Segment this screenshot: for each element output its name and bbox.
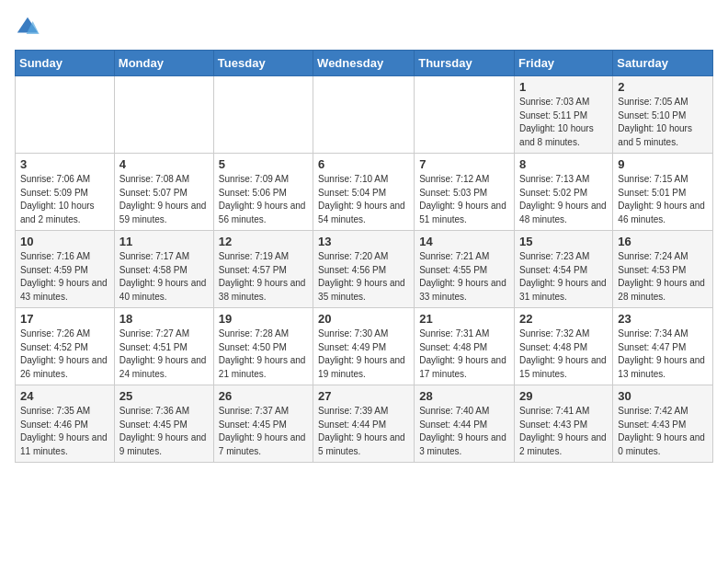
page-header xyxy=(15,15,713,40)
calendar-week-2: 3Sunrise: 7:06 AM Sunset: 5:09 PM Daylig… xyxy=(16,154,713,231)
calendar-cell xyxy=(213,76,313,154)
calendar-body: 1Sunrise: 7:03 AM Sunset: 5:11 PM Daylig… xyxy=(16,76,713,463)
weekday-row: SundayMondayTuesdayWednesdayThursdayFrid… xyxy=(16,51,713,76)
calendar-cell: 1Sunrise: 7:03 AM Sunset: 5:11 PM Daylig… xyxy=(515,76,613,154)
day-number: 28 xyxy=(419,389,509,403)
day-info: Sunrise: 7:24 AM Sunset: 4:53 PM Dayligh… xyxy=(618,250,708,304)
day-info: Sunrise: 7:19 AM Sunset: 4:57 PM Dayligh… xyxy=(219,250,308,304)
day-number: 23 xyxy=(618,312,708,326)
day-number: 9 xyxy=(618,157,708,171)
day-info: Sunrise: 7:35 AM Sunset: 4:46 PM Dayligh… xyxy=(20,405,109,458)
weekday-header-friday: Friday xyxy=(515,51,613,76)
calendar-cell: 24Sunrise: 7:35 AM Sunset: 4:46 PM Dayli… xyxy=(16,385,115,463)
calendar-cell: 5Sunrise: 7:09 AM Sunset: 5:06 PM Daylig… xyxy=(213,154,313,231)
day-info: Sunrise: 7:26 AM Sunset: 4:52 PM Dayligh… xyxy=(20,327,109,381)
day-number: 29 xyxy=(519,389,608,403)
calendar-cell: 6Sunrise: 7:10 AM Sunset: 5:04 PM Daylig… xyxy=(313,154,415,231)
day-info: Sunrise: 7:17 AM Sunset: 4:58 PM Dayligh… xyxy=(119,250,209,304)
day-info: Sunrise: 7:03 AM Sunset: 5:11 PM Dayligh… xyxy=(519,96,608,149)
weekday-header-saturday: Saturday xyxy=(613,51,713,76)
calendar-cell: 11Sunrise: 7:17 AM Sunset: 4:58 PM Dayli… xyxy=(114,231,213,308)
calendar-cell: 22Sunrise: 7:32 AM Sunset: 4:48 PM Dayli… xyxy=(515,308,613,385)
calendar-cell xyxy=(114,76,213,154)
day-number: 19 xyxy=(219,312,308,326)
day-info: Sunrise: 7:09 AM Sunset: 5:06 PM Dayligh… xyxy=(219,173,308,226)
day-info: Sunrise: 7:13 AM Sunset: 5:02 PM Dayligh… xyxy=(519,173,608,226)
weekday-header-monday: Monday xyxy=(114,51,213,76)
day-info: Sunrise: 7:15 AM Sunset: 5:01 PM Dayligh… xyxy=(618,173,708,226)
day-number: 13 xyxy=(318,235,409,248)
day-info: Sunrise: 7:34 AM Sunset: 4:47 PM Dayligh… xyxy=(618,327,708,381)
day-info: Sunrise: 7:28 AM Sunset: 4:50 PM Dayligh… xyxy=(219,327,308,381)
calendar-cell: 29Sunrise: 7:41 AM Sunset: 4:43 PM Dayli… xyxy=(515,385,613,463)
calendar-week-5: 24Sunrise: 7:35 AM Sunset: 4:46 PM Dayli… xyxy=(16,385,713,463)
day-info: Sunrise: 7:06 AM Sunset: 5:09 PM Dayligh… xyxy=(20,173,109,226)
weekday-header-sunday: Sunday xyxy=(16,51,115,76)
calendar-cell: 12Sunrise: 7:19 AM Sunset: 4:57 PM Dayli… xyxy=(213,231,313,308)
calendar-cell: 21Sunrise: 7:31 AM Sunset: 4:48 PM Dayli… xyxy=(415,308,515,385)
day-number: 21 xyxy=(419,312,509,326)
day-number: 3 xyxy=(20,157,109,171)
calendar-cell: 27Sunrise: 7:39 AM Sunset: 4:44 PM Dayli… xyxy=(313,385,415,463)
logo xyxy=(15,15,44,40)
calendar-cell: 25Sunrise: 7:36 AM Sunset: 4:45 PM Dayli… xyxy=(114,385,213,463)
calendar-cell xyxy=(313,76,415,154)
day-number: 4 xyxy=(119,157,209,171)
calendar-cell: 26Sunrise: 7:37 AM Sunset: 4:45 PM Dayli… xyxy=(213,385,313,463)
day-number: 15 xyxy=(519,235,608,248)
day-number: 11 xyxy=(119,235,209,248)
calendar-cell: 17Sunrise: 7:26 AM Sunset: 4:52 PM Dayli… xyxy=(16,308,115,385)
weekday-header-tuesday: Tuesday xyxy=(213,51,313,76)
calendar-week-3: 10Sunrise: 7:16 AM Sunset: 4:59 PM Dayli… xyxy=(16,231,713,308)
day-number: 30 xyxy=(618,389,708,403)
day-number: 27 xyxy=(318,389,409,403)
calendar-cell xyxy=(415,76,515,154)
calendar-cell: 10Sunrise: 7:16 AM Sunset: 4:59 PM Dayli… xyxy=(16,231,115,308)
day-info: Sunrise: 7:05 AM Sunset: 5:10 PM Dayligh… xyxy=(618,96,708,149)
calendar-cell: 4Sunrise: 7:08 AM Sunset: 5:07 PM Daylig… xyxy=(114,154,213,231)
day-info: Sunrise: 7:12 AM Sunset: 5:03 PM Dayligh… xyxy=(419,173,509,226)
weekday-header-wednesday: Wednesday xyxy=(313,51,415,76)
day-number: 12 xyxy=(219,235,308,248)
day-info: Sunrise: 7:10 AM Sunset: 5:04 PM Dayligh… xyxy=(318,173,409,226)
day-info: Sunrise: 7:40 AM Sunset: 4:44 PM Dayligh… xyxy=(419,405,509,458)
day-number: 16 xyxy=(618,235,708,248)
calendar-week-1: 1Sunrise: 7:03 AM Sunset: 5:11 PM Daylig… xyxy=(16,76,713,154)
day-number: 24 xyxy=(20,389,109,403)
day-info: Sunrise: 7:21 AM Sunset: 4:55 PM Dayligh… xyxy=(419,250,509,304)
day-info: Sunrise: 7:37 AM Sunset: 4:45 PM Dayligh… xyxy=(219,405,308,458)
weekday-header-thursday: Thursday xyxy=(415,51,515,76)
calendar-table: SundayMondayTuesdayWednesdayThursdayFrid… xyxy=(15,50,713,463)
calendar-cell: 2Sunrise: 7:05 AM Sunset: 5:10 PM Daylig… xyxy=(613,76,713,154)
calendar-header: SundayMondayTuesdayWednesdayThursdayFrid… xyxy=(16,51,713,76)
day-info: Sunrise: 7:39 AM Sunset: 4:44 PM Dayligh… xyxy=(318,405,409,458)
day-number: 22 xyxy=(519,312,608,326)
day-info: Sunrise: 7:30 AM Sunset: 4:49 PM Dayligh… xyxy=(318,327,409,381)
calendar-cell: 16Sunrise: 7:24 AM Sunset: 4:53 PM Dayli… xyxy=(613,231,713,308)
calendar-cell: 18Sunrise: 7:27 AM Sunset: 4:51 PM Dayli… xyxy=(114,308,213,385)
calendar-cell: 20Sunrise: 7:30 AM Sunset: 4:49 PM Dayli… xyxy=(313,308,415,385)
day-number: 20 xyxy=(318,312,409,326)
day-info: Sunrise: 7:41 AM Sunset: 4:43 PM Dayligh… xyxy=(519,405,608,458)
calendar-cell: 7Sunrise: 7:12 AM Sunset: 5:03 PM Daylig… xyxy=(415,154,515,231)
day-number: 26 xyxy=(219,389,308,403)
day-info: Sunrise: 7:42 AM Sunset: 4:43 PM Dayligh… xyxy=(618,405,708,458)
calendar-cell: 30Sunrise: 7:42 AM Sunset: 4:43 PM Dayli… xyxy=(613,385,713,463)
day-number: 1 xyxy=(519,80,608,94)
day-info: Sunrise: 7:31 AM Sunset: 4:48 PM Dayligh… xyxy=(419,327,509,381)
day-info: Sunrise: 7:27 AM Sunset: 4:51 PM Dayligh… xyxy=(119,327,209,381)
day-info: Sunrise: 7:20 AM Sunset: 4:56 PM Dayligh… xyxy=(318,250,409,304)
calendar-cell xyxy=(16,76,115,154)
calendar-cell: 13Sunrise: 7:20 AM Sunset: 4:56 PM Dayli… xyxy=(313,231,415,308)
calendar-cell: 23Sunrise: 7:34 AM Sunset: 4:47 PM Dayli… xyxy=(613,308,713,385)
day-info: Sunrise: 7:32 AM Sunset: 4:48 PM Dayligh… xyxy=(519,327,608,381)
day-number: 2 xyxy=(618,80,708,94)
calendar-week-4: 17Sunrise: 7:26 AM Sunset: 4:52 PM Dayli… xyxy=(16,308,713,385)
calendar-cell: 9Sunrise: 7:15 AM Sunset: 5:01 PM Daylig… xyxy=(613,154,713,231)
calendar-cell: 14Sunrise: 7:21 AM Sunset: 4:55 PM Dayli… xyxy=(415,231,515,308)
calendar-cell: 19Sunrise: 7:28 AM Sunset: 4:50 PM Dayli… xyxy=(213,308,313,385)
calendar-cell: 8Sunrise: 7:13 AM Sunset: 5:02 PM Daylig… xyxy=(515,154,613,231)
day-number: 14 xyxy=(419,235,509,248)
day-info: Sunrise: 7:16 AM Sunset: 4:59 PM Dayligh… xyxy=(20,250,109,304)
calendar-cell: 15Sunrise: 7:23 AM Sunset: 4:54 PM Dayli… xyxy=(515,231,613,308)
